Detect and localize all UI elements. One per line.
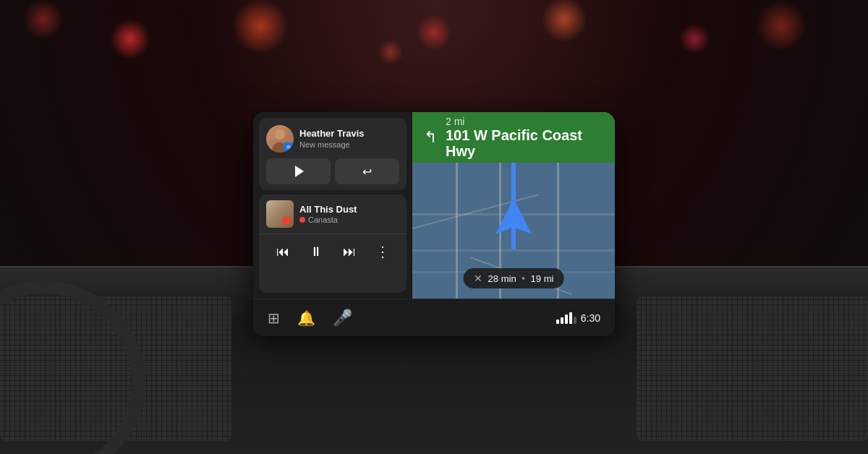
bottom-bar-right: 6:30 (556, 312, 600, 324)
more-options-button[interactable]: ⋮ (371, 240, 394, 263)
signal-bar-2 (561, 317, 563, 324)
eta-separator (522, 277, 525, 280)
navigation-header: ↰ 2 mi 101 W Pacific Coast Hwy (412, 112, 615, 163)
message-actions: ↩ (266, 158, 399, 184)
nav-distance: 2 mi (446, 116, 603, 127)
eta-close-icon[interactable]: ✕ (474, 273, 482, 284)
eta-miles: 19 mi (531, 273, 554, 284)
signal-bar-3 (565, 314, 568, 324)
navigation-arrow (495, 198, 532, 234)
apps-button[interactable]: ⊞ (268, 309, 280, 327)
eta-badge[interactable]: ✕ 28 min 19 mi (464, 268, 564, 288)
assistant-button[interactable]: 🎤 (333, 309, 352, 327)
avatar: ✉ (266, 125, 294, 153)
road-vertical-1 (456, 163, 458, 299)
prev-track-button[interactable]: ⏮ (271, 240, 294, 263)
music-divider (259, 234, 407, 234)
pause-button[interactable]: ⏸ (305, 240, 328, 263)
road-horizontal-2 (412, 249, 615, 252)
map-panel[interactable]: ↰ 2 mi 101 W Pacific Coast Hwy ✕ 28 min … (412, 112, 615, 299)
left-panel: ✉ Heather Travis New message ↩ (253, 112, 412, 299)
skip-prev-icon: ⏮ (276, 244, 289, 260)
signal-bar-1 (556, 320, 559, 324)
time-display: 6:30 (581, 312, 600, 324)
sender-name: Heather Travis (299, 128, 399, 140)
nav-road: 101 W Pacific Coast Hwy (446, 127, 603, 159)
music-info: All This Dust Canasta (299, 204, 399, 224)
pause-icon: ⏸ (310, 244, 323, 260)
speaker-grille-right (637, 296, 868, 441)
message-app-icon: ✉ (284, 142, 293, 152)
bottom-bar: ⊞ 🔔 🎤 6:30 (253, 299, 615, 336)
music-header: All This Dust Canasta (266, 200, 399, 228)
bokeh-lights (0, 0, 868, 130)
navigation-arrow-container (495, 198, 532, 234)
bottom-bar-left: ⊞ 🔔 🎤 (268, 309, 352, 327)
message-card[interactable]: ✉ Heather Travis New message ↩ (259, 118, 407, 190)
signal-bar-empty (574, 317, 576, 324)
music-card[interactable]: All This Dust Canasta ⏮ ⏸ (259, 194, 407, 293)
main-content: ✉ Heather Travis New message ↩ (253, 112, 615, 299)
play-message-button[interactable] (266, 158, 331, 184)
reply-icon: ↩ (362, 165, 372, 179)
signal-bar-4 (569, 312, 572, 324)
reply-message-button[interactable]: ↩ (335, 158, 399, 184)
signal-indicator (556, 312, 576, 324)
message-subtitle: New message (299, 140, 399, 150)
skip-next-icon: ⏭ (343, 244, 356, 260)
album-art (266, 200, 294, 228)
nav-info: 2 mi 101 W Pacific Coast Hwy (446, 116, 603, 159)
more-icon: ⋮ (375, 243, 391, 260)
music-controls: ⏮ ⏸ ⏭ ⋮ (266, 239, 399, 265)
artist-name: Canasta (308, 215, 338, 224)
turn-direction-icon: ↰ (424, 128, 437, 147)
music-app-dot (299, 217, 305, 223)
play-icon (295, 166, 304, 177)
android-auto-display: ✉ Heather Travis New message ↩ (253, 112, 615, 336)
next-track-button[interactable]: ⏭ (338, 240, 361, 263)
message-header: ✉ Heather Travis New message (266, 125, 399, 153)
song-title: All This Dust (299, 204, 399, 215)
notifications-button[interactable]: 🔔 (297, 309, 315, 327)
message-text-block: Heather Travis New message (299, 128, 399, 150)
eta-minutes: 28 min (488, 273, 516, 284)
artist-row: Canasta (299, 215, 399, 224)
